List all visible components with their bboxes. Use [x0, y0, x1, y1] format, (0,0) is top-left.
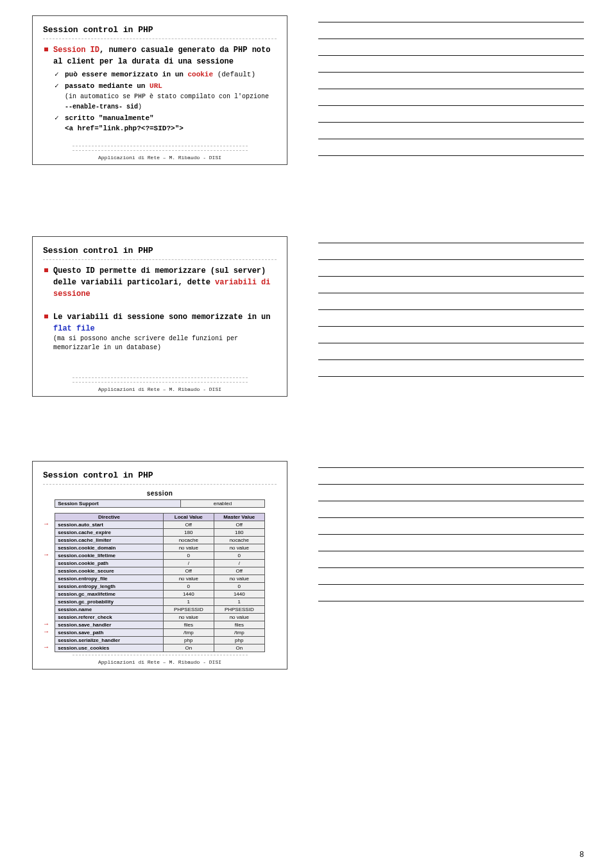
cell-directive: session.cache_limiter — [55, 537, 164, 544]
t1c: (default) — [213, 71, 255, 78]
divider — [43, 484, 277, 485]
note-line — [318, 276, 584, 277]
cell-master: Off — [214, 521, 264, 529]
note-line — [318, 39, 584, 39]
cell-directive: session.cookie_lifetime — [55, 552, 164, 560]
bullet-session-id: Session ID, numero casuale generato da P… — [43, 44, 277, 134]
cell-master: PHPSESSID — [214, 606, 264, 614]
note-line — [318, 155, 584, 156]
session-support-table: Session Support enabled — [55, 499, 265, 508]
table-row: session.use_cookiesOnOn — [55, 644, 265, 652]
cell-directive: session.save_handler — [55, 621, 164, 629]
cell-local: Off — [163, 521, 214, 529]
footer-text: Applicazioni di Rete – M. Ribaudo - DISI — [43, 386, 277, 392]
sub-url: ✓passato mediante un URL(in automatico s… — [53, 82, 277, 112]
note-line — [318, 567, 584, 568]
t2c: (in automatico se PHP è stato compilato … — [65, 93, 269, 110]
table-row: session.save_handlerfilesfiles — [55, 621, 265, 629]
slide-1: Session control in PHP Session ID, numer… — [32, 15, 287, 165]
bullet-flatfile: Le variabili di sessione sono memorizzat… — [43, 311, 277, 352]
cell-directive: session.save_path — [55, 629, 164, 637]
cell-local: 1440 — [163, 591, 214, 598]
note-line — [318, 501, 584, 501]
slide-row-2: Session control in PHP Questo ID permett… — [32, 236, 584, 397]
table-header-row: Directive Local Value Master Value — [55, 514, 265, 521]
cell-master: files — [214, 621, 264, 629]
cell-local: 0 — [163, 552, 214, 560]
slide-footer: Applicazioni di Rete – M. Ribaudo - DISI — [43, 655, 277, 665]
slide-2-bullets-2: Le variabili di sessione sono memorizzat… — [43, 311, 277, 352]
arrow-icon: → — [44, 552, 48, 558]
note-line — [318, 122, 584, 123]
cell-directive: session.auto_start — [55, 521, 164, 529]
slide-footer: Applicazioni di Rete – M. Ribaudo - DISI — [43, 377, 277, 392]
divider — [43, 39, 277, 39]
cell-directive: session.use_cookies — [55, 644, 164, 652]
sub-manual: ✓scritto "manualmente"<a href="link.php?… — [53, 114, 277, 134]
cell-directive: session.cookie_domain — [55, 544, 164, 552]
cell-directive: session.cookie_secure — [55, 567, 164, 575]
note-line — [318, 105, 584, 106]
table-row: session.gc_maxlifetime14401440 — [55, 591, 265, 598]
support-value: enabled — [181, 500, 265, 508]
notes-area-1 — [318, 15, 584, 172]
cell-master: 0 — [214, 552, 264, 560]
table-row: session.cache_expire180180 — [55, 529, 265, 537]
cell-master: no value — [214, 614, 264, 621]
cell-local: no value — [163, 544, 214, 552]
cell-master: nocache — [214, 537, 264, 544]
cell-local: 0 — [163, 583, 214, 591]
cell-local: files — [163, 621, 214, 629]
table-row: session.auto_startOffOff — [55, 521, 265, 529]
cell-master: 1 — [214, 598, 264, 606]
table-row: session.entropy_length00 — [55, 583, 265, 591]
slide-footer: Applicazioni di Rete – M. Ribaudo - DISI — [43, 146, 277, 160]
sub-cookie: ✓può essere memorizzato in un cookie (de… — [53, 70, 277, 80]
note-line — [318, 551, 584, 551]
cell-directive: session.gc_probability — [55, 598, 164, 606]
table-row: session.cache_limiternocachenocache — [55, 537, 265, 544]
text-session-id-strong: Session ID — [53, 46, 99, 55]
table-row: session.cookie_domainno valueno value — [55, 544, 265, 552]
cell-local: Off — [163, 567, 214, 575]
note-line — [318, 309, 584, 310]
cell-local: PHPSESSID — [163, 606, 214, 614]
t1b: cookie — [187, 71, 213, 78]
note-line — [318, 293, 584, 293]
cell-local: no value — [163, 575, 214, 583]
t2b: URL — [150, 82, 162, 90]
cell-directive: session.serialize_handler — [55, 637, 164, 644]
slide-1-sublist: ✓può essere memorizzato in un cookie (de… — [53, 70, 277, 134]
t3b: <a href="link.php?<?=SID?>"> — [65, 125, 184, 132]
section-session: session — [43, 490, 277, 497]
divider — [43, 259, 277, 260]
t1a: può essere memorizzato in un — [65, 71, 187, 78]
note-line — [318, 359, 584, 360]
note-line — [318, 139, 584, 139]
arrow-icon: → — [44, 621, 48, 628]
session-directive-table: Directive Local Value Master Value sessi… — [55, 513, 265, 652]
th-directive: Directive — [55, 514, 164, 521]
check-icon: ✓ — [55, 82, 59, 92]
cell-directive: session.name — [55, 606, 164, 614]
slide-2: Session control in PHP Questo ID permett… — [32, 236, 287, 397]
slide-1-title: Session control in PHP — [43, 25, 277, 35]
cell-local: 1 — [163, 598, 214, 606]
cell-master: / — [214, 560, 264, 567]
b2b: flat file — [53, 324, 95, 333]
cell-master: 1440 — [214, 591, 264, 598]
table-row: session.cookie_secureOffOff — [55, 567, 265, 575]
slide-3-title: Session control in PHP — [43, 471, 277, 480]
note-line — [318, 89, 584, 89]
note-line — [318, 243, 584, 243]
notes-area-2 — [318, 236, 584, 393]
arrow-icon: → — [44, 644, 48, 651]
cell-local: / — [163, 560, 214, 567]
th-master: Master Value — [214, 514, 264, 521]
note-line — [318, 484, 584, 485]
note-line — [318, 376, 584, 377]
check-icon: ✓ — [55, 70, 59, 80]
note-line — [318, 72, 584, 73]
cell-master: php — [214, 637, 264, 644]
cell-directive: session.entropy_length — [55, 583, 164, 591]
